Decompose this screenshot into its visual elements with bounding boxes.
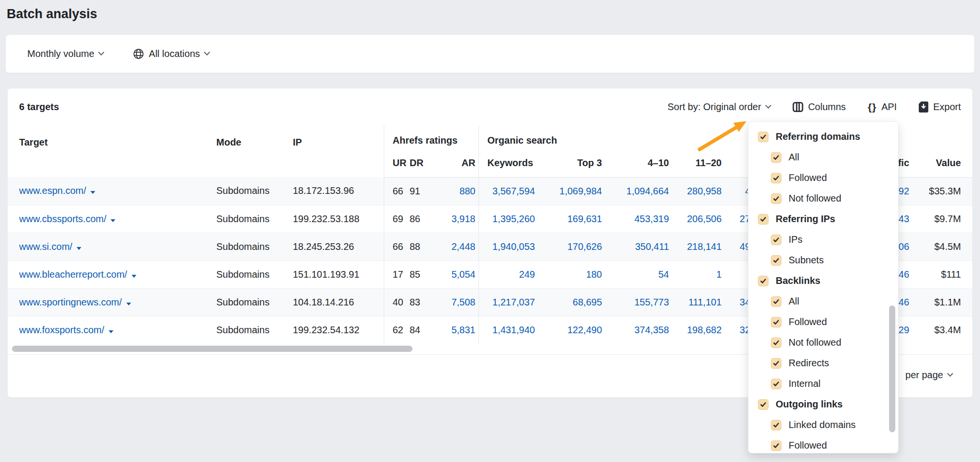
ip-cell: 199.232.53.188 <box>293 205 384 233</box>
columns-icon <box>792 101 803 113</box>
ar-link[interactable]: 3,918 <box>436 205 479 233</box>
sort-by-select[interactable]: Sort by: Original order <box>668 101 770 113</box>
top3-link[interactable]: 122,490 <box>538 316 605 344</box>
ar-link[interactable]: 7,508 <box>436 288 479 316</box>
target-link[interactable]: www.cbssports.com/ <box>19 214 106 224</box>
ar-link[interactable]: 5,054 <box>436 260 479 288</box>
top3-link[interactable]: 170,626 <box>538 233 605 260</box>
column-header-value: Value <box>912 149 972 177</box>
location-select[interactable]: All locations <box>133 48 209 59</box>
panel-item-referring-ips[interactable]: Referring IPs <box>748 209 898 229</box>
value-cell: $3.4M <box>912 316 972 344</box>
target-link[interactable]: www.sportingnews.com/ <box>19 297 122 307</box>
panel-item-label: Outgoing links <box>776 399 843 410</box>
panel-item-redirects[interactable]: Redirects <box>748 353 898 373</box>
top3-link[interactable]: 68,695 <box>538 288 605 316</box>
checkbox-checked[interactable] <box>758 214 768 225</box>
export-button[interactable]: Export <box>919 101 961 113</box>
checkbox-checked[interactable] <box>771 193 781 204</box>
panel-item-subnets[interactable]: Subnets <box>748 250 898 270</box>
checkbox-checked[interactable] <box>771 379 781 389</box>
checkbox-checked[interactable] <box>771 338 781 348</box>
mode-cell: Subdomains <box>216 260 293 288</box>
panel-item-backlinks[interactable]: Backlinks <box>748 270 898 291</box>
checkbox-checked[interactable] <box>771 235 781 245</box>
checkbox-checked[interactable] <box>771 152 781 163</box>
checkbox-checked[interactable] <box>771 255 781 266</box>
keywords-link[interactable]: 249 <box>479 260 538 288</box>
target-link[interactable]: www.si.com/ <box>19 241 72 252</box>
columns-button-label: Columns <box>808 101 846 113</box>
target-dropdown-caret-icon[interactable] <box>132 275 136 278</box>
checkbox-checked[interactable] <box>771 420 781 430</box>
ar-link[interactable]: 2,448 <box>436 233 479 260</box>
export-button-label: Export <box>933 101 961 113</box>
horizontal-scrollbar-thumb[interactable] <box>12 346 412 352</box>
pos11-20-link[interactable]: 198,682 <box>672 316 724 344</box>
value-cell: $35.3M <box>912 177 972 205</box>
ip-cell: 151.101.193.91 <box>293 260 384 288</box>
panel-item-linked-domains[interactable]: Linked domains <box>748 415 898 435</box>
target-link[interactable]: www.bleacherreport.com/ <box>19 269 127 280</box>
pos11-20-link[interactable]: 1 <box>672 260 724 288</box>
pos11-20-link[interactable]: 206,506 <box>672 205 724 233</box>
target-dropdown-caret-icon[interactable] <box>126 303 131 305</box>
ur-cell: 69 <box>384 205 410 233</box>
checkbox-checked[interactable] <box>771 296 781 307</box>
volume-select[interactable]: Monthly volume <box>27 48 103 59</box>
pos4-10-link[interactable]: 453,319 <box>605 205 672 233</box>
top3-link[interactable]: 169,631 <box>538 205 605 233</box>
panel-item-followed[interactable]: Followed <box>748 435 898 453</box>
checkbox-checked[interactable] <box>771 317 781 327</box>
pos4-10-link[interactable]: 155,773 <box>605 288 672 316</box>
filter-bar: Monthly volume All locations <box>6 35 974 73</box>
target-dropdown-caret-icon[interactable] <box>90 191 95 194</box>
panel-item-all[interactable]: All <box>748 147 898 168</box>
pos4-10-link[interactable]: 1,094,664 <box>605 177 672 205</box>
columns-button[interactable]: Columns <box>792 101 846 113</box>
checkbox-checked[interactable] <box>771 173 781 183</box>
checkbox-checked[interactable] <box>771 358 781 369</box>
checkbox-checked[interactable] <box>771 440 781 451</box>
panel-item-outgoing-links[interactable]: Outgoing links <box>748 394 898 415</box>
keywords-link[interactable]: 3,567,594 <box>479 177 538 205</box>
panel-scrollbar-thumb[interactable] <box>889 305 895 432</box>
column-header-hidden <box>724 149 750 177</box>
panel-item-not-followed[interactable]: Not followed <box>748 188 898 209</box>
panel-item-label: IPs <box>789 234 802 245</box>
checkbox-checked[interactable] <box>758 132 768 142</box>
column-header-target: Target <box>8 125 216 177</box>
panel-item-all[interactable]: All <box>748 291 898 312</box>
ar-link[interactable]: 5,831 <box>436 316 479 344</box>
keywords-link[interactable]: 1,431,940 <box>479 316 538 344</box>
panel-item-followed[interactable]: Followed <box>748 312 898 332</box>
pos4-10-link[interactable]: 54 <box>605 260 672 288</box>
pos11-20-link[interactable]: 111,101 <box>672 288 724 316</box>
panel-item-ips[interactable]: IPs <box>748 229 898 250</box>
clipped-metric-cell: 34 <box>724 288 750 316</box>
panel-item-followed[interactable]: Followed <box>748 168 898 188</box>
panel-item-referring-domains[interactable]: Referring domains <box>748 126 898 147</box>
target-dropdown-caret-icon[interactable] <box>77 247 81 250</box>
api-button[interactable]: {} API <box>868 101 897 113</box>
pos4-10-link[interactable]: 350,411 <box>605 233 672 260</box>
top3-link[interactable]: 180 <box>538 260 605 288</box>
keywords-link[interactable]: 1,395,260 <box>479 205 538 233</box>
location-select-label: All locations <box>149 48 200 59</box>
checkbox-checked[interactable] <box>758 399 768 410</box>
pos11-20-link[interactable]: 218,141 <box>672 233 724 260</box>
target-link[interactable]: www.espn.com/ <box>19 185 86 196</box>
ar-link[interactable]: 880 <box>436 177 479 205</box>
top3-link[interactable]: 1,069,984 <box>538 177 605 205</box>
keywords-link[interactable]: 1,940,053 <box>479 233 538 260</box>
panel-item-not-followed[interactable]: Not followed <box>748 332 898 353</box>
target-dropdown-caret-icon[interactable] <box>111 219 115 222</box>
per-page-select[interactable]: per page <box>905 370 952 381</box>
target-link[interactable]: www.foxsports.com/ <box>19 325 104 335</box>
checkbox-checked[interactable] <box>758 276 768 286</box>
panel-item-internal[interactable]: Internal <box>748 373 898 394</box>
keywords-link[interactable]: 1,217,037 <box>479 288 538 316</box>
pos4-10-link[interactable]: 374,358 <box>605 316 672 344</box>
pos11-20-link[interactable]: 280,958 <box>672 177 724 205</box>
target-dropdown-caret-icon[interactable] <box>109 330 113 333</box>
